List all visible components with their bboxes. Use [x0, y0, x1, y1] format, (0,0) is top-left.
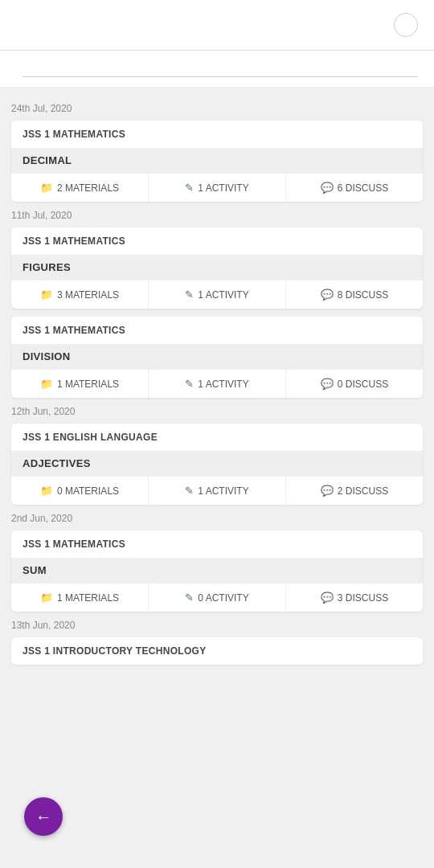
materials-stat[interactable]: 📁1 MATERIALS	[11, 370, 149, 398]
topic-card: JSS 1 MATHEMATICSDIVISION📁1 MATERIALS✎1 …	[11, 317, 423, 398]
content: 24th Jul, 2020JSS 1 MATHEMATICSDECIMAL📁2…	[0, 87, 434, 681]
close-button[interactable]	[394, 13, 418, 37]
discuss-stat[interactable]: 💬3 DISCUSS	[286, 583, 423, 612]
activity-stat[interactable]: ✎1 ACTIVITY	[149, 477, 286, 505]
materials-count: 0 MATERIALS	[57, 485, 119, 497]
folder-icon: 📁	[40, 592, 53, 604]
activity-icon: ✎	[185, 592, 194, 604]
discuss-stat[interactable]: 💬6 DISCUSS	[286, 174, 423, 202]
activity-count: 1 ACTIVITY	[198, 289, 248, 301]
topic-card: JSS 1 MATHEMATICSSUM📁1 MATERIALS✎0 ACTIV…	[11, 530, 423, 612]
activity-icon: ✎	[185, 289, 194, 301]
date-label: 2nd Jun, 2020	[11, 513, 423, 524]
folder-icon: 📁	[40, 485, 53, 497]
topic-stats: 📁2 MATERIALS✎1 ACTIVITY💬6 DISCUSS	[11, 173, 423, 202]
topic-stats: 📁1 MATERIALS✎0 ACTIVITY💬3 DISCUSS	[11, 583, 423, 612]
activity-stat[interactable]: ✎1 ACTIVITY	[149, 370, 286, 398]
topic-subject: JSS 1 INTRODUCTORY TECHNOLOGY	[11, 637, 423, 665]
discuss-icon: 💬	[321, 378, 334, 390]
back-icon: ←	[35, 809, 51, 825]
topic-name: DECIMAL	[11, 148, 423, 173]
discuss-icon: 💬	[321, 182, 334, 194]
discuss-count: 6 DISCUSS	[338, 182, 388, 194]
date-label: 13th Jun, 2020	[11, 620, 423, 631]
activity-count: 1 ACTIVITY	[198, 379, 248, 390]
discuss-count: 8 DISCUSS	[338, 289, 388, 301]
folder-icon: 📁	[40, 182, 53, 194]
topic-name: ADJECTIVES	[11, 451, 423, 476]
topic-name: FIGURES	[11, 255, 423, 280]
materials-stat[interactable]: 📁0 MATERIALS	[11, 477, 149, 505]
discuss-count: 2 DISCUSS	[338, 485, 388, 497]
activity-icon: ✎	[185, 378, 194, 390]
date-label: 12th Jun, 2020	[11, 406, 423, 417]
topic-card: JSS 1 ENGLISH LANGUAGEADJECTIVES📁0 MATER…	[11, 424, 423, 505]
discuss-icon: 💬	[321, 592, 334, 604]
search-input[interactable]	[23, 60, 418, 77]
discuss-stat[interactable]: 💬2 DISCUSS	[286, 477, 423, 505]
discuss-icon: 💬	[321, 289, 334, 301]
activity-count: 1 ACTIVITY	[198, 182, 248, 194]
discuss-stat[interactable]: 💬8 DISCUSS	[286, 280, 423, 309]
topic-name: SUM	[11, 558, 423, 583]
activity-stat[interactable]: ✎1 ACTIVITY	[149, 280, 286, 309]
topic-subject: JSS 1 ENGLISH LANGUAGE	[11, 424, 423, 451]
topic-subject: JSS 1 MATHEMATICS	[11, 227, 423, 255]
topic-subject: JSS 1 MATHEMATICS	[11, 317, 423, 344]
topic-stats: 📁3 MATERIALS✎1 ACTIVITY💬8 DISCUSS	[11, 280, 423, 309]
materials-stat[interactable]: 📁1 MATERIALS	[11, 583, 149, 612]
activity-stat[interactable]: ✎0 ACTIVITY	[149, 583, 286, 612]
topic-name: DIVISION	[11, 344, 423, 369]
materials-stat[interactable]: 📁2 MATERIALS	[11, 174, 149, 202]
folder-icon: 📁	[40, 378, 53, 390]
activity-icon: ✎	[185, 485, 194, 497]
materials-count: 2 MATERIALS	[57, 182, 119, 194]
date-label: 11th Jul, 2020	[11, 210, 423, 221]
header	[0, 0, 434, 51]
activity-icon: ✎	[185, 182, 194, 194]
topic-stats: 📁1 MATERIALS✎1 ACTIVITY💬0 DISCUSS	[11, 369, 423, 398]
activity-stat[interactable]: ✎1 ACTIVITY	[149, 174, 286, 202]
activity-count: 1 ACTIVITY	[198, 485, 248, 497]
discuss-count: 0 DISCUSS	[338, 379, 388, 390]
topic-subject: JSS 1 MATHEMATICS	[11, 530, 423, 558]
search-bar	[0, 51, 434, 87]
discuss-count: 3 DISCUSS	[338, 592, 388, 604]
materials-count: 3 MATERIALS	[57, 289, 119, 301]
discuss-stat[interactable]: 💬0 DISCUSS	[286, 370, 423, 398]
folder-icon: 📁	[40, 289, 53, 301]
materials-count: 1 MATERIALS	[57, 379, 119, 390]
topic-card: JSS 1 INTRODUCTORY TECHNOLOGY	[11, 637, 423, 665]
materials-stat[interactable]: 📁3 MATERIALS	[11, 280, 149, 309]
topic-subject: JSS 1 MATHEMATICS	[11, 121, 423, 148]
date-label: 24th Jul, 2020	[11, 103, 423, 114]
back-button[interactable]: ←	[24, 797, 63, 836]
discuss-icon: 💬	[321, 485, 334, 497]
topic-card: JSS 1 MATHEMATICSDECIMAL📁2 MATERIALS✎1 A…	[11, 121, 423, 202]
topic-card: JSS 1 MATHEMATICSFIGURES📁3 MATERIALS✎1 A…	[11, 227, 423, 309]
topic-stats: 📁0 MATERIALS✎1 ACTIVITY💬2 DISCUSS	[11, 476, 423, 505]
materials-count: 1 MATERIALS	[57, 592, 119, 604]
activity-count: 0 ACTIVITY	[198, 592, 248, 604]
